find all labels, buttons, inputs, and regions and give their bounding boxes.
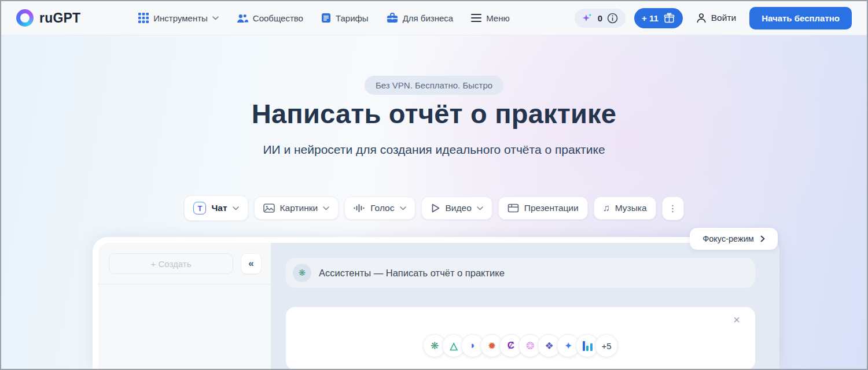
tab-presentations[interactable]: Презентации [498,197,588,220]
focus-mode-button[interactable]: Фокус-режим [690,228,778,250]
close-icon[interactable]: × [733,314,740,325]
tab-voice[interactable]: Голос [344,197,415,220]
nav-item-tariffs[interactable]: Тарифы [321,13,369,23]
assistant-bar[interactable]: ❋ Ассистенты — Написать отчёт о практике [286,258,755,288]
tab-label: Чат [211,203,227,213]
nav-right: 0 + 11 [575,7,852,29]
workspace-panel: + Создать « ❋ Ассистенты — Написать отчё… [93,237,779,370]
tab-label: Картинки [280,203,318,213]
tariffs-icon [321,13,331,23]
community-icon [237,13,248,23]
tab-label: Музыка [615,203,647,213]
chat-text-icon: T [193,202,206,214]
nav-item-label: Для бизнеса [403,13,454,23]
focus-mode-label: Фокус-режим [703,234,754,243]
more-tools-button[interactable]: ⋮ [662,197,684,220]
page: ruGPT Инструменты [0,0,868,370]
nav-item-business[interactable]: Для бизнеса [387,13,454,23]
login-label: Войти [711,13,736,23]
models-more-badge: +5 [595,334,618,357]
sidebar: + Создать « [98,243,271,370]
presentation-icon [507,203,519,213]
tab-video[interactable]: Видео [421,197,492,220]
tab-chat[interactable]: T Чат [184,195,248,221]
logo-ring-icon [16,9,34,27]
sidebar-header: + Создать « [98,243,271,284]
tab-images[interactable]: Картинки [254,197,339,220]
bonus-label: + 11 [642,13,659,23]
nav-item-community[interactable]: Сообщество [237,13,303,23]
nav-item-tools[interactable]: Инструменты [138,13,219,23]
image-icon [263,203,275,213]
chevron-down-icon [477,206,483,210]
page-title: Написать отчёт о практике [1,98,867,130]
tab-label: Голос [370,203,394,213]
create-button[interactable]: + Создать [109,253,233,274]
hero-badge-row: Без VPN. Бесплатно. Быстро [1,76,867,95]
waveform-icon [354,204,365,213]
tool-tabs: T Чат Картинки Голос [1,195,867,221]
nav-item-label: Инструменты [153,13,208,23]
model-avatars[interactable]: ❋ △ ◗ ✹ Ȼ ❂ ❖ ✦ +5 [286,334,755,357]
nav-item-label: Сообщество [253,13,303,23]
tab-label: Видео [446,203,472,213]
openai-avatar-icon: ❋ [293,264,311,282]
grid-icon [138,13,149,23]
openai-glyph: ❋ [299,268,306,278]
vertical-dots-icon: ⋮ [668,203,678,214]
nav-item-label: Тарифы [336,13,369,23]
assistant-title: Ассистенты — Написать отчёт о практике [319,268,505,279]
tab-label: Презентации [524,203,579,213]
brand-name: ruGPT [39,10,80,26]
music-note-icon: ♫ [603,204,610,213]
start-free-button[interactable]: Начать бесплатно [749,7,852,29]
double-chevron-left-icon: « [248,258,253,269]
chevron-down-icon [233,206,239,210]
login-button[interactable]: Войти [696,13,736,23]
bonus-button[interactable]: + 11 [634,8,683,28]
brand-logo[interactable]: ruGPT [16,9,80,27]
nav-item-label: Меню [486,13,510,23]
nav-menu: Инструменты Сообщество [138,13,509,23]
hamburger-icon [471,14,481,22]
play-icon [431,203,440,213]
tokens-balance[interactable]: 0 [575,9,626,28]
page-subtitle: ИИ и нейросети для создания идеального о… [1,143,867,157]
tab-music[interactable]: ♫ Музыка [594,197,656,220]
chevron-down-icon [400,206,406,210]
hero-badge: Без VPN. Бесплатно. Быстро [365,76,503,95]
sparkles-icon [582,13,593,23]
navbar: ruGPT Инструменты [1,1,867,35]
collapse-sidebar-button[interactable]: « [241,253,262,274]
briefcase-icon [387,13,398,23]
chevron-right-icon [760,235,765,242]
chevron-down-icon [323,206,329,210]
gift-icon [663,12,675,24]
tokens-count: 0 [598,13,602,23]
info-icon[interactable] [607,13,618,24]
prompt-card: × ❋ △ ◗ ✹ Ȼ ❂ ❖ ✦ +5 [286,307,755,370]
user-icon [696,13,707,23]
workspace-main: ❋ Ассистенты — Написать отчёт о практике… [271,243,779,370]
chevron-down-icon [212,16,219,20]
nav-item-menu[interactable]: Меню [471,13,510,23]
